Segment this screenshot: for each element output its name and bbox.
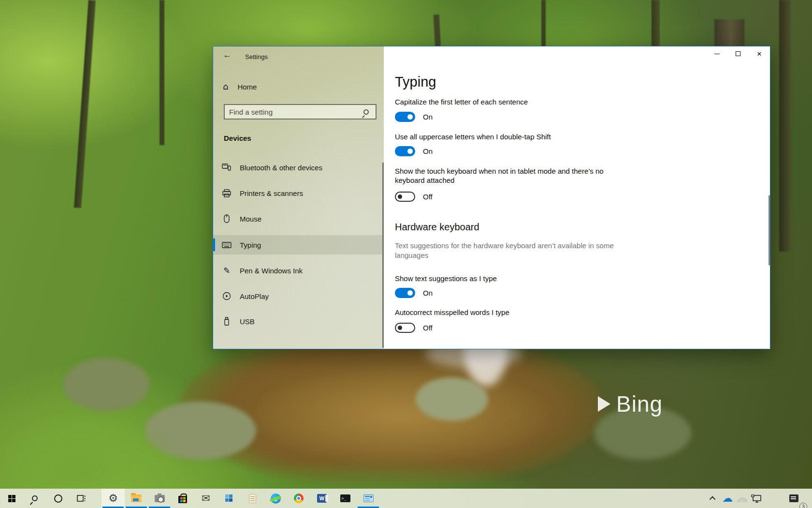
- 3d-builder-icon: [225, 494, 233, 502]
- network-tray-button[interactable]: [749, 489, 764, 508]
- toggle-uppercase[interactable]: [395, 146, 415, 156]
- start-icon: [8, 495, 15, 502]
- settings-sidebar: ← Settings ⌂ Home Devices Bluetooth & ot…: [213, 46, 384, 349]
- toggle-knob: [407, 290, 413, 296]
- taskbar-settings-button[interactable]: ⚙: [102, 489, 125, 508]
- printer-icon: [222, 189, 232, 197]
- autoplay-icon: [222, 292, 232, 300]
- action-center-button[interactable]: 3: [784, 489, 803, 508]
- toggle-knob: [398, 194, 402, 199]
- word-icon: W: [317, 494, 327, 503]
- sidebar-item-pen[interactable]: ✎ Pen & Windows Ink: [213, 261, 384, 280]
- file-explorer-icon: [131, 494, 142, 502]
- sidebar-item-typing[interactable]: Typing: [213, 235, 384, 254]
- setting-row-uppercase: On: [395, 146, 433, 156]
- toggle-autocorrect[interactable]: [395, 323, 415, 333]
- home-icon: ⌂: [223, 82, 228, 91]
- network-icon: [751, 494, 762, 503]
- taskbar-store-button[interactable]: [171, 489, 194, 508]
- taskbar-camera-button[interactable]: [148, 489, 171, 508]
- task-view-icon: [77, 494, 86, 502]
- sidebar-item-bluetooth[interactable]: Bluetooth & other devices: [213, 158, 384, 177]
- mail-icon: ✉: [202, 493, 210, 504]
- creek-water: [251, 368, 551, 464]
- taskbar-word-button[interactable]: W: [310, 489, 334, 508]
- toggle-touch-keyboard[interactable]: [395, 192, 415, 202]
- terminal-icon: >_: [340, 494, 350, 502]
- bing-logo-text: Bing: [616, 391, 663, 417]
- taskbar-terminal-button[interactable]: >_: [334, 489, 357, 508]
- desktop: Bing ← Settings ⌂ Home Devices Bluetooth: [0, 0, 812, 508]
- setting-row-text-suggestions: On: [395, 288, 433, 298]
- taskbar-file-explorer-button[interactable]: [125, 489, 148, 508]
- task-view-button[interactable]: [70, 489, 93, 508]
- toggle-knob: [407, 114, 413, 120]
- store-icon: [178, 496, 187, 503]
- bluetooth-devices-icon: [222, 164, 232, 171]
- sidebar-item-usb[interactable]: USB: [213, 312, 384, 331]
- usb-icon: [222, 317, 232, 326]
- sidebar-item-autoplay[interactable]: AutoPlay: [213, 286, 384, 306]
- notification-badge: 3: [799, 503, 807, 508]
- toggle-text-suggestions[interactable]: [395, 288, 415, 298]
- search-icon: [363, 109, 369, 115]
- display-app-icon: [363, 494, 374, 502]
- toggle-state-label: Off: [423, 193, 433, 201]
- toggle-state-label: On: [423, 147, 433, 155]
- back-button[interactable]: ←: [219, 48, 235, 62]
- cloud-tray-button[interactable]: ☁: [735, 489, 749, 508]
- content-scrollbar[interactable]: [768, 195, 770, 265]
- toggle-capitalize[interactable]: [395, 112, 415, 122]
- action-center-icon: [789, 494, 798, 502]
- sidebar-item-home[interactable]: ⌂ Home: [213, 77, 384, 96]
- setting-label-autocorrect: Autocorrect misspelled words I type: [395, 308, 509, 317]
- tree-trunk: [74, 0, 96, 208]
- mossy-rock: [63, 358, 150, 411]
- bing-watermark: Bing: [598, 391, 663, 417]
- taskbar-3d-builder-button[interactable]: [218, 489, 241, 508]
- start-button[interactable]: [0, 489, 23, 508]
- keyboard-icon: [222, 242, 232, 248]
- toggle-knob: [398, 326, 402, 330]
- search-box[interactable]: [224, 104, 377, 120]
- taskbar-search-button[interactable]: [23, 489, 46, 508]
- section-title-hardware-keyboard: Hardware keyboard: [395, 222, 479, 233]
- onedrive-tray-button[interactable]: ☁: [720, 489, 735, 508]
- taskbar-display-app-button[interactable]: [357, 489, 380, 508]
- page-title: Typing: [395, 74, 436, 90]
- toggle-state-label: On: [423, 289, 433, 297]
- selected-accent-bar: [213, 239, 215, 251]
- cortana-button[interactable]: [46, 489, 70, 508]
- settings-gear-icon: ⚙: [108, 493, 118, 504]
- cortana-icon: [54, 494, 62, 503]
- toggle-state-label: On: [423, 113, 433, 121]
- edge-dev-icon: e: [271, 493, 281, 504]
- sidebar-section-header: Devices: [224, 134, 251, 142]
- setting-row-touch-keyboard: Off: [395, 192, 433, 202]
- setting-label-capitalize: Capitalize the first letter of each sent…: [395, 97, 528, 106]
- taskbar-mail-button[interactable]: ✉: [194, 489, 218, 508]
- weather-cloud-icon: ☁: [737, 493, 747, 504]
- hidden-icons-button[interactable]: [706, 489, 720, 508]
- sidebar-item-mouse[interactable]: Mouse: [213, 209, 384, 228]
- window-title: Settings: [245, 53, 268, 60]
- tree-trunk: [160, 0, 164, 145]
- search-icon: [32, 495, 38, 501]
- setting-label-text-suggestions: Show text suggestions as I type: [395, 274, 497, 283]
- mouse-icon: [222, 214, 232, 223]
- tree-trunk: [779, 0, 791, 252]
- camera-icon: [155, 495, 165, 502]
- scroll-document-icon: [249, 494, 256, 503]
- taskbar-edge-dev-button[interactable]: e: [264, 489, 287, 508]
- hidden-icons-chevron: [709, 496, 715, 502]
- taskbar: ⚙ ✉ e W >_: [0, 489, 812, 508]
- search-input[interactable]: [225, 108, 363, 116]
- taskbar-scroll-app-button[interactable]: [241, 489, 264, 508]
- onedrive-cloud-icon: ☁: [722, 493, 733, 504]
- taskbar-chrome-button[interactable]: [287, 489, 310, 508]
- toggle-state-label: Off: [423, 324, 433, 332]
- pen-icon: ✎: [222, 267, 232, 275]
- sidebar-item-printers[interactable]: Printers & scanners: [213, 183, 384, 203]
- setting-label-uppercase: Use all uppercase letters when I double-…: [395, 132, 551, 141]
- home-label: Home: [237, 83, 257, 91]
